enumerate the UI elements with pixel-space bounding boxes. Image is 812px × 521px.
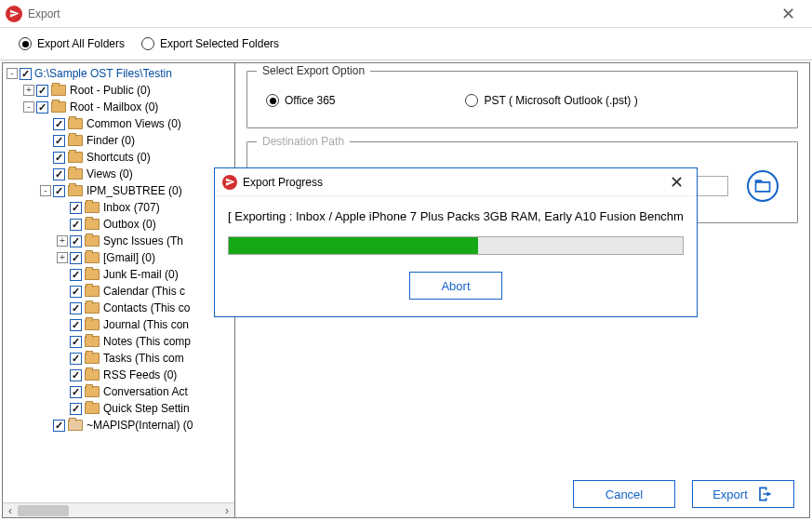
radio-export-all[interactable]: Export All Folders — [19, 37, 125, 50]
tree-node[interactable]: -G:\Sample OST Files\Testin — [3, 65, 234, 82]
folder-icon — [85, 269, 100, 280]
tree-node[interactable]: Finder (0) — [3, 132, 234, 149]
tree-node-label: [Gmail] (0) — [103, 251, 155, 264]
dialog-titlebar: Export Progress ✕ — [215, 168, 697, 196]
checkbox[interactable] — [70, 269, 82, 281]
checkbox[interactable] — [20, 68, 32, 80]
checkbox[interactable] — [36, 101, 48, 114]
tree-node[interactable]: +[Gmail] (0) — [3, 249, 234, 266]
radio-pst[interactable]: PST ( Microsoft Outlook (.pst) ) — [465, 94, 637, 107]
tree-node[interactable]: Shortcuts (0) — [3, 149, 234, 166]
folder-icon — [85, 353, 100, 364]
tree-node-label: Root - Public (0) — [70, 84, 151, 97]
close-icon[interactable]: ✕ — [664, 172, 689, 193]
tree-node[interactable]: Quick Step Settin — [3, 400, 234, 417]
tree-node[interactable]: +Root - Public (0) — [3, 82, 234, 99]
tree-node-label: Root - Mailbox (0) — [70, 100, 158, 114]
checkbox[interactable] — [70, 336, 82, 348]
tree-node-label: Shortcuts (0) — [87, 151, 151, 164]
tree-node-label: Journal (This con — [103, 318, 189, 331]
expander-spacer — [57, 403, 68, 414]
tree-node[interactable]: Inbox (707) — [3, 199, 234, 216]
checkbox[interactable] — [53, 168, 65, 180]
tree-node[interactable]: -Root - Mailbox (0) — [3, 99, 234, 115]
folder-icon — [68, 118, 83, 129]
folder-icon — [68, 168, 83, 180]
tree-node[interactable]: -IPM_SUBTREE (0) — [3, 182, 234, 199]
tree-node[interactable]: Conversation Act — [3, 383, 234, 400]
expander-spacer — [57, 336, 68, 347]
tree-node[interactable]: Common Views (0) — [3, 115, 234, 132]
export-button[interactable]: Export — [692, 480, 794, 508]
export-scope-row: Export All Folders Export Selected Folde… — [0, 28, 812, 60]
checkbox[interactable] — [53, 420, 65, 432]
scroll-thumb[interactable] — [18, 505, 69, 516]
tree-node[interactable]: Views (0) — [3, 166, 234, 182]
checkbox[interactable] — [70, 302, 82, 314]
radio-office365[interactable]: Office 365 — [266, 94, 335, 107]
chevron-right-icon[interactable]: › — [220, 503, 234, 518]
checkbox[interactable] — [70, 286, 82, 298]
checkbox[interactable] — [53, 185, 65, 197]
tree-node[interactable]: +Sync Issues (Th — [3, 233, 234, 249]
checkbox[interactable] — [70, 369, 82, 381]
expand-icon[interactable]: + — [57, 252, 68, 263]
expand-icon[interactable]: + — [57, 235, 68, 247]
tree-node-label: Quick Step Settin — [103, 402, 190, 415]
tree-node-label: Inbox (707) — [103, 201, 160, 214]
tree-node-label: Notes (This comp — [103, 335, 191, 348]
tree-node[interactable]: Outbox (0) — [3, 216, 234, 233]
folder-icon — [85, 386, 100, 397]
group-legend: Select Export Option — [257, 64, 370, 77]
tree-node-label: Outbox (0) — [103, 218, 156, 231]
progress-bar — [228, 236, 684, 255]
tree-node-label: Tasks (This com — [103, 352, 184, 365]
tree-node[interactable]: ~MAPISP(Internal) (0 — [3, 417, 234, 434]
radio-dot-icon — [19, 37, 32, 50]
checkbox[interactable] — [70, 386, 82, 398]
collapse-icon[interactable]: - — [7, 68, 18, 79]
button-label: Cancel — [606, 488, 643, 501]
tree-node[interactable]: RSS Feeds (0) — [3, 367, 234, 383]
checkbox[interactable] — [70, 319, 82, 331]
browse-button[interactable] — [747, 170, 779, 202]
checkbox[interactable] — [70, 219, 82, 231]
expand-icon[interactable]: + — [23, 85, 34, 96]
radio-dot-icon — [266, 94, 279, 107]
folder-tree[interactable]: -G:\Sample OST Files\Testin+Root - Publi… — [3, 63, 234, 502]
chevron-left-icon[interactable]: ‹ — [3, 503, 18, 518]
collapse-icon[interactable]: - — [40, 185, 51, 196]
button-label: Export — [712, 488, 748, 501]
cancel-button[interactable]: Cancel — [573, 480, 675, 508]
checkbox[interactable] — [70, 235, 82, 247]
app-icon — [222, 175, 237, 190]
close-icon[interactable]: ✕ — [769, 1, 806, 27]
abort-button[interactable]: Abort — [409, 272, 502, 300]
tree-node[interactable]: Journal (This con — [3, 316, 234, 333]
folder-icon — [51, 85, 66, 96]
tree-node-label: Contacts (This co — [103, 301, 190, 314]
checkbox[interactable] — [70, 252, 82, 264]
checkbox[interactable] — [70, 202, 82, 214]
checkbox[interactable] — [36, 85, 48, 97]
checkbox[interactable] — [70, 403, 82, 415]
expander-spacer — [57, 202, 68, 213]
folder-icon — [68, 152, 83, 163]
checkbox[interactable] — [53, 135, 65, 147]
radio-export-selected[interactable]: Export Selected Folders — [141, 37, 279, 50]
folder-icon — [85, 219, 100, 230]
expander-spacer — [57, 219, 68, 230]
tree-node[interactable]: Notes (This comp — [3, 333, 234, 350]
expander-spacer — [40, 118, 51, 129]
checkbox[interactable] — [53, 152, 65, 164]
tree-hscrollbar[interactable]: ‹ › — [3, 502, 234, 517]
radio-dot-icon — [465, 94, 478, 107]
app-icon — [6, 6, 22, 22]
collapse-icon[interactable]: - — [23, 101, 34, 113]
checkbox[interactable] — [70, 353, 82, 365]
checkbox[interactable] — [53, 118, 65, 130]
tree-node[interactable]: Junk E-mail (0) — [3, 266, 234, 283]
tree-node[interactable]: Contacts (This co — [3, 300, 234, 316]
tree-node[interactable]: Calendar (This c — [3, 283, 234, 300]
tree-node[interactable]: Tasks (This com — [3, 350, 234, 367]
